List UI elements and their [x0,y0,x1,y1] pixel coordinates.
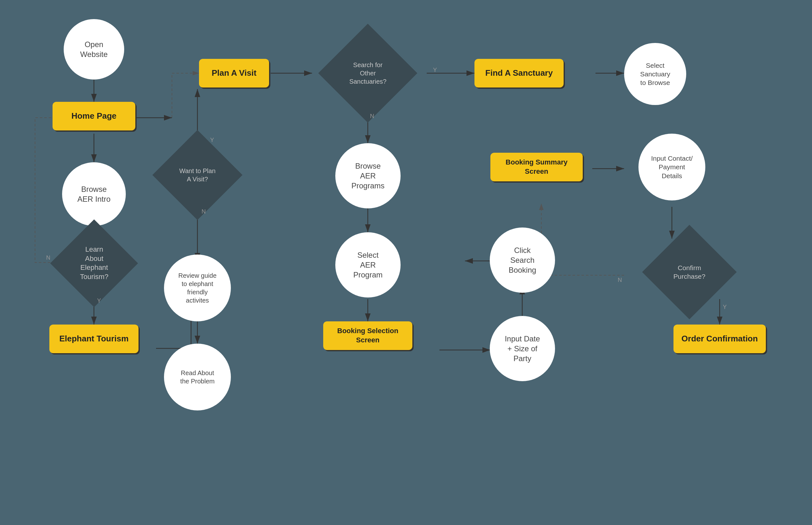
select-program-label: SelectAERProgram [350,247,386,283]
elephant-tourism-node: Elephant Tourism [49,325,139,353]
learn-yes-label: Y [97,298,101,304]
open-website-label: OpenWebsite [77,36,111,62]
find-sanctuary-label: Find A Sanctuary [482,64,556,82]
learn-elephant-node: LearnAboutElephantTourism? [50,220,138,308]
select-sanctuary-label: SelectSanctuaryto Browse [637,58,673,90]
plan-visit-label: Plan A Visit [208,64,260,82]
search-sanctuaries-node: Search forOtherSanctuaries? [318,24,417,122]
elephant-tourism-label: Elephant Tourism [56,330,132,347]
plan-visit-node: Plan A Visit [199,59,269,88]
click-search-node: ClickSearchBooking [490,227,555,293]
input-date-node: Input Date+ Size ofParty [490,316,555,381]
review-guide-label: Review guideto elephantfriendlyactivites [175,268,220,308]
home-page-node: Home Page [53,102,135,131]
review-guide-node: Review guideto elephantfriendlyactivites [164,255,231,321]
booking-summary-node: Booking SummaryScreen [490,153,583,181]
want-yes-label: Y [210,137,214,144]
input-contact-label: Input Contact/PaymentDetails [648,151,696,183]
order-confirmation-node: Order Confirmation [673,325,766,353]
want-no-label: N [202,208,206,215]
read-about-label: Read Aboutthe Problem [177,365,218,389]
browse-programs-label: BrowseAERPrograms [348,158,388,194]
flowchart: OpenWebsite Home Page BrowseAER Intro Le… [0,0,812,525]
home-page-label: Home Page [68,107,120,125]
confirm-purchase-node: ConfirmPurchase? [642,225,737,319]
browse-programs-node: BrowseAERPrograms [335,143,401,208]
want-to-plan-node: Want to PlanA Visit? [153,130,243,220]
search-no-label: N [370,113,374,120]
booking-selection-label: Booking SelectionScreen [334,323,402,348]
search-sanctuaries-label: Search forOtherSanctuaries? [348,59,388,87]
input-contact-node: Input Contact/PaymentDetails [638,134,705,200]
learn-no-label: N [46,255,50,261]
select-program-node: SelectAERProgram [335,232,401,298]
click-search-label: ClickSearchBooking [505,242,539,279]
find-sanctuary-node: Find A Sanctuary [475,59,564,88]
input-date-label: Input Date+ Size ofParty [502,331,543,367]
want-to-plan-label: Want to PlanA Visit? [178,165,217,185]
search-yes-label: Y [433,67,437,74]
select-sanctuary-node: SelectSanctuaryto Browse [624,43,686,105]
confirm-no-label: N [618,277,622,284]
booking-selection-node: Booking SelectionScreen [323,321,412,350]
browse-aer-intro-node: BrowseAER Intro [62,162,126,226]
order-confirmation-label: Order Confirmation [678,330,761,347]
open-website-node: OpenWebsite [64,19,124,79]
learn-elephant-label: LearnAboutElephantTourism? [78,243,110,283]
confirm-yes-label: Y [723,304,727,311]
confirm-purchase-label: ConfirmPurchase? [672,262,707,283]
read-about-node: Read Aboutthe Problem [164,344,231,410]
browse-aer-intro-label: BrowseAER Intro [74,181,114,207]
booking-summary-label: Booking SummaryScreen [503,155,571,179]
